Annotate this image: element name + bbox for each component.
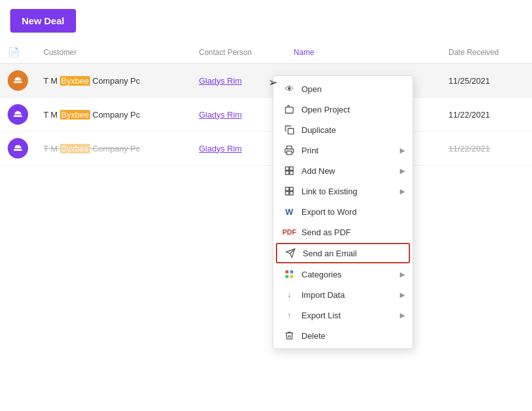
menu-item-add-new-label: Add New [301,166,335,176]
duplicate-icon [284,124,295,136]
menu-item-categories[interactable]: Categories ▶ [273,264,413,284]
row1-highlight: Byxbee [60,76,90,86]
svg-rect-3 [285,107,293,113]
row1-customer: T M Byxbee Company Pc [36,64,192,98]
menu-item-delete[interactable]: Delete [273,325,413,346]
document-icon: 📄 [8,47,20,58]
row2-date: 11/22/2021 [441,98,532,132]
menu-item-import-data-label: Import Data [301,290,345,300]
col-name: Name [286,42,441,64]
svg-rect-17 [290,275,293,278]
row3-date: 11/22/2021 [441,132,532,166]
svg-rect-14 [285,270,289,274]
svg-rect-0 [13,81,22,83]
svg-rect-12 [285,192,289,195]
top-bar: New Deal [0,0,532,42]
new-deal-button[interactable]: New Deal [10,9,76,33]
row2-customer-text: T M Byxbee Company Pc [43,110,140,120]
row3-highlight: Byxbee [60,144,90,153]
menu-item-delete-label: Delete [301,331,326,341]
row1-avatar [8,70,28,91]
menu-item-export-word-label: Export to Word [301,207,356,217]
svg-rect-10 [285,187,289,190]
menu-item-link-existing-label: Link to Existing [301,187,357,196]
menu-item-export-list-label: Export List [301,311,340,320]
svg-rect-11 [290,187,293,190]
menu-item-print-label: Print [301,146,319,155]
email-icon [285,247,296,259]
import-data-arrow-icon: ▶ [400,291,405,299]
row2-highlight: Byxbee [60,110,90,120]
categories-arrow-icon: ▶ [400,270,405,279]
row1-date: 11/25/2021 [441,64,532,98]
svg-rect-1 [13,115,22,117]
export-list-arrow-icon: ▶ [400,311,405,320]
row2-contact[interactable]: Gladys Rim [192,98,286,132]
add-new-arrow-icon: ▶ [400,167,405,175]
print-arrow-icon: ▶ [400,146,405,155]
menu-item-add-new[interactable]: Add New ▶ [273,160,413,181]
menu-item-send-email-label: Send an Email [303,249,357,258]
row3-contact[interactable]: Gladys Rim [192,132,286,166]
import-data-icon: ↓ [284,289,295,300]
row1-contact-link[interactable]: Gladys Rim [199,76,242,86]
row1-icon-cell [0,64,36,98]
menu-item-print[interactable]: Print ▶ [273,140,413,160]
menu-item-open-project-label: Open Project [301,105,350,114]
table-row: T M Byxbee Company Pc Gladys Rim Office … [0,64,532,98]
svg-rect-13 [290,192,293,195]
row2-icon-cell [0,98,36,132]
print-icon [284,144,295,156]
menu-item-duplicate-label: Duplicate [301,125,336,135]
row3-customer-text: T M Byxbee Company Pc [43,144,140,153]
pdf-icon: PDF [284,226,295,238]
delete-icon [284,330,295,341]
col-icon: 📄 [0,42,36,64]
row3-icon-cell [0,132,36,166]
deals-table: 📄 Customer Contact Person Name Date Rece… [0,42,532,166]
link-existing-icon [284,185,295,197]
row1-customer-text: T M Byxbee Company Pc [43,76,140,86]
svg-rect-9 [290,171,293,174]
table-header-row: 📄 Customer Contact Person Name Date Rece… [0,42,532,64]
menu-item-categories-label: Categories [301,270,342,279]
menu-item-link-existing[interactable]: Link to Existing ▶ [273,181,413,201]
link-existing-arrow-icon: ▶ [400,187,405,196]
row3-customer: T M Byxbee Company Pc [36,132,192,166]
row1-contact[interactable]: Gladys Rim [192,64,286,98]
row3-avatar [8,138,28,159]
row2-customer: T M Byxbee Company Pc [36,98,192,132]
row2-avatar [8,104,28,125]
menu-item-duplicate[interactable]: Duplicate [273,120,413,140]
menu-item-send-pdf[interactable]: PDF Send as PDF [273,222,413,242]
menu-item-import-data[interactable]: ↓ Import Data ▶ [273,284,413,305]
svg-rect-16 [285,275,289,278]
col-date: Date Received [441,42,532,64]
menu-item-open-project[interactable]: Open Project [273,99,413,120]
row3-contact-link[interactable]: Gladys Rim [199,144,242,153]
categories-icon [284,268,295,280]
svg-rect-5 [287,151,292,154]
menu-item-open[interactable]: 👁 Open [273,79,413,99]
svg-rect-8 [285,171,289,174]
table-row: T M Byxbee Company Pc Gladys Rim 11/22/2… [0,98,532,132]
table-row: T M Byxbee Company Pc Gladys Rim er 11/2… [0,132,532,166]
svg-rect-15 [290,270,293,274]
export-list-icon: ↑ [284,309,295,321]
menu-item-open-label: Open [301,84,322,94]
context-menu: 👁 Open Open Project Duplicate Print ▶ Ad… [273,75,413,349]
menu-item-send-pdf-label: Send as PDF [301,228,351,237]
open-icon: 👁 [284,83,295,95]
open-project-icon [284,104,295,115]
add-new-icon [284,165,295,176]
svg-rect-6 [285,167,289,170]
col-contact: Contact Person [192,42,286,64]
row2-contact-link[interactable]: Gladys Rim [199,110,242,120]
menu-item-export-word[interactable]: W Export to Word [273,201,413,222]
col-customer: Customer [36,42,192,64]
deals-table-wrapper: 📄 Customer Contact Person Name Date Rece… [0,42,532,166]
menu-item-export-list[interactable]: ↑ Export List ▶ [273,305,413,325]
menu-item-send-email[interactable]: Send an Email [276,243,410,263]
svg-rect-7 [290,167,293,170]
word-icon: W [284,206,295,217]
